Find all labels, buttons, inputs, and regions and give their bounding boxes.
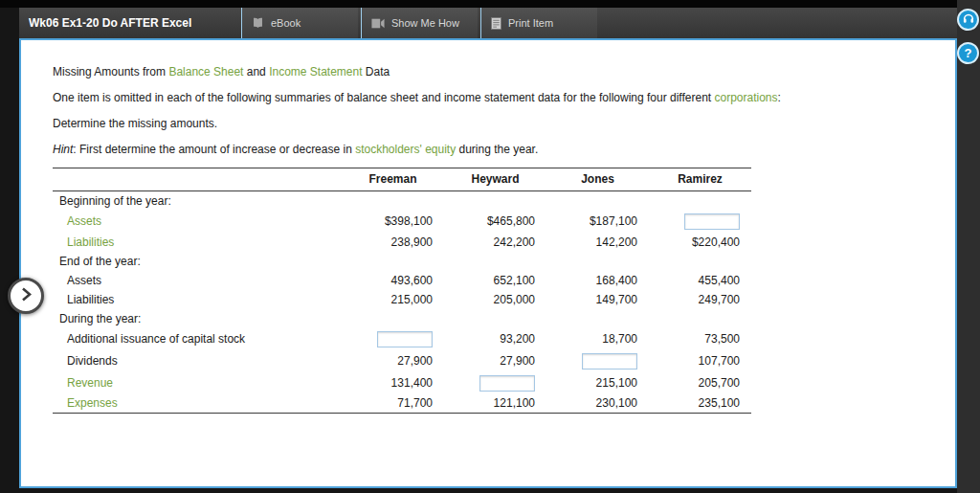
- amount-cell: $187,100: [546, 211, 649, 233]
- amount-cell: 149,700: [546, 290, 649, 309]
- amount-cell: [444, 309, 546, 328]
- missing-amount-input-freeman[interactable]: [377, 331, 433, 347]
- amount-cell: [444, 191, 546, 211]
- missing-amount-input-jones[interactable]: [582, 353, 637, 370]
- amounts-table-head: Freeman Heyward Jones Ramirez: [53, 168, 751, 191]
- tab-label: Print Item: [508, 17, 553, 29]
- content-frame: Missing Amounts from Balance Sheet and I…: [19, 38, 957, 488]
- amount-cell: 93,200: [444, 328, 546, 350]
- hint-text: during the year.: [456, 143, 538, 156]
- table-data-row: Dividends27,90027,900107,700: [53, 350, 751, 372]
- amount-cell: [546, 252, 649, 271]
- row-label-link[interactable]: Revenue: [53, 372, 342, 394]
- header-bar: Wk06 Ex1-20 Do AFTER Excel eBook Show Me…: [19, 8, 957, 38]
- tab-ebook[interactable]: eBook: [241, 8, 358, 38]
- amount-cell: 242,200: [444, 233, 546, 252]
- table-header-row: Freeman Heyward Jones Ramirez: [53, 168, 751, 191]
- row-label-link[interactable]: Assets: [53, 211, 342, 233]
- input-cell: [649, 211, 751, 233]
- amount-cell: 27,900: [342, 350, 444, 372]
- amount-cell: [649, 309, 751, 328]
- ebook-icon: [252, 17, 264, 29]
- audio-support-button[interactable]: [957, 9, 979, 31]
- amount-cell: 215,100: [546, 372, 649, 394]
- question-mark-icon: ?: [965, 46, 972, 60]
- amount-cell: [342, 252, 444, 271]
- tab-show-me-how[interactable]: Show Me How: [361, 8, 478, 38]
- balance-sheet-link[interactable]: Balance Sheet: [168, 65, 243, 78]
- missing-amount-input-ramirez[interactable]: [684, 213, 740, 230]
- table-data-row: Expenses71,700121,100230,100235,100: [53, 394, 751, 414]
- column-header-freeman: Freeman: [342, 168, 444, 191]
- help-button[interactable]: ?: [957, 42, 979, 64]
- amount-cell: [546, 309, 649, 328]
- tab-label: eBook: [271, 17, 301, 29]
- amount-cell: 493,600: [342, 271, 444, 290]
- row-label: Additional issuance of capital stock: [53, 328, 342, 350]
- amount-cell: 455,400: [649, 271, 751, 290]
- amount-cell: 131,400: [342, 372, 444, 394]
- row-label: Liabilities: [53, 290, 342, 309]
- input-cell: [342, 328, 444, 350]
- amount-cell: 230,100: [546, 394, 649, 414]
- show-me-how-icon: [371, 18, 385, 29]
- app-window: Wk06 Ex1-20 Do AFTER Excel eBook Show Me…: [0, 0, 980, 493]
- table-data-row: Liabilities215,000205,000149,700249,700: [53, 290, 751, 309]
- amount-cell: 249,700: [649, 290, 751, 309]
- table-section-row: Beginning of the year:: [53, 191, 751, 211]
- right-rail: ?: [957, 0, 980, 493]
- table-section-row: End of the year:: [53, 252, 751, 271]
- amount-cell: 215,000: [342, 290, 444, 309]
- row-label: Assets: [53, 271, 342, 290]
- table-data-row: Additional issuance of capital stock93,2…: [53, 328, 751, 350]
- chevron-right-icon: [20, 287, 32, 305]
- window-top-strip: [0, 0, 980, 8]
- row-label: Dividends: [53, 350, 342, 372]
- intro-text: One item is omitted in each of the follo…: [53, 91, 715, 104]
- amount-cell: 107,700: [649, 350, 751, 372]
- amount-cell: 18,700: [546, 328, 649, 350]
- title-text: Missing Amounts from: [53, 65, 168, 78]
- row-label-link[interactable]: Expenses: [53, 394, 342, 414]
- amount-cell: $398,100: [342, 211, 444, 233]
- toolbar-tabs: eBook Show Me How Print Item: [241, 8, 600, 38]
- exercise-content: Missing Amounts from Balance Sheet and I…: [21, 40, 955, 414]
- hint-paragraph: Hint: First determine the amount of incr…: [53, 142, 955, 157]
- amount-cell: 652,100: [444, 271, 546, 290]
- amount-cell: [649, 191, 751, 211]
- tab-label: Show Me How: [391, 17, 459, 29]
- amount-cell: [342, 309, 444, 328]
- corporations-link[interactable]: corporations: [715, 91, 778, 104]
- amount-cell: 142,200: [546, 233, 649, 252]
- corner-cell: [53, 168, 342, 191]
- amount-cell: 205,000: [444, 290, 546, 309]
- stockholders-equity-link[interactable]: stockholders' equity: [355, 143, 456, 156]
- table-data-row: Assets$398,100$465,800$187,100: [53, 211, 751, 233]
- assignment-title: Wk06 Ex1-20 Do AFTER Excel: [19, 8, 241, 38]
- exercise-title: Missing Amounts from Balance Sheet and I…: [53, 64, 955, 79]
- instruction-text: Determine the missing amounts.: [53, 116, 955, 131]
- row-label: During the year:: [53, 309, 342, 328]
- row-label: Beginning of the year:: [53, 191, 342, 211]
- table-section-row: During the year:: [53, 309, 751, 328]
- income-statement-link[interactable]: Income Statement: [269, 65, 362, 78]
- amount-cell: [444, 252, 546, 271]
- row-label-link[interactable]: Liabilities: [53, 233, 342, 252]
- amount-cell: [649, 252, 751, 271]
- amount-cell: 168,400: [546, 271, 649, 290]
- title-text: and: [243, 65, 269, 78]
- amount-cell: 121,100: [444, 394, 546, 414]
- amount-cell: $465,800: [444, 211, 546, 233]
- tab-print-item[interactable]: Print Item: [480, 8, 597, 38]
- amounts-table-body: Beginning of the year:Assets$398,100$465…: [53, 191, 751, 414]
- expand-panel-button[interactable]: [8, 278, 44, 314]
- input-cell: [546, 350, 649, 372]
- intro-text: :: [778, 91, 781, 104]
- headset-icon: [962, 11, 975, 29]
- column-header-jones: Jones: [546, 168, 649, 191]
- row-label: End of the year:: [53, 252, 342, 271]
- missing-amount-input-heyward[interactable]: [479, 375, 535, 392]
- amount-cell: 238,900: [342, 233, 444, 252]
- intro-paragraph: One item is omitted in each of the follo…: [53, 90, 955, 105]
- amount-cell: 73,500: [649, 328, 751, 350]
